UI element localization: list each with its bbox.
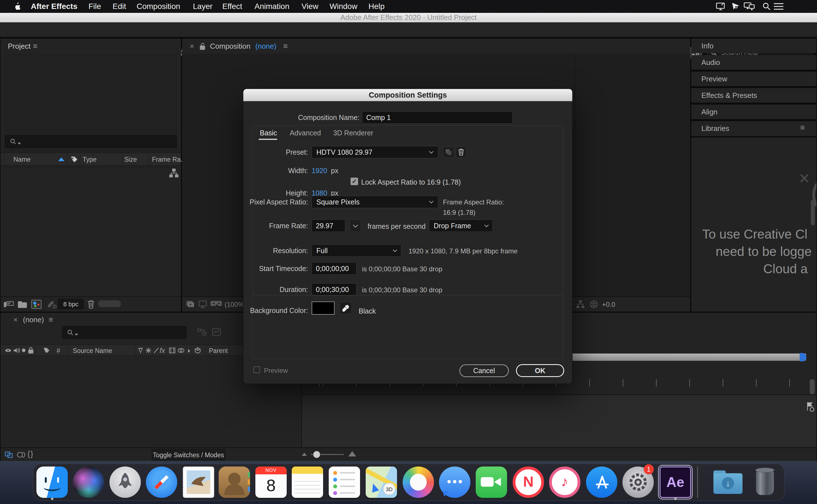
timeline-search-options-arrow-icon[interactable]: [75, 334, 78, 336]
bit-depth-button[interactable]: 8 bpc: [58, 299, 84, 309]
frame-rate-input[interactable]: [312, 220, 345, 232]
new-folder-icon[interactable]: [17, 299, 28, 310]
dock-safari-icon[interactable]: [146, 467, 177, 498]
menu-effect[interactable]: Effect: [222, 0, 242, 13]
dock-system-preferences-icon[interactable]: 1: [623, 467, 654, 498]
new-composition-icon[interactable]: [31, 299, 42, 310]
panel-tab-align[interactable]: Align: [691, 105, 816, 119]
menu-animation[interactable]: Animation: [255, 0, 290, 13]
start-timecode-input[interactable]: [312, 262, 356, 275]
unlock-icon[interactable]: [199, 42, 207, 52]
timeline-search-box[interactable]: [62, 326, 186, 339]
panel-tab-audio[interactable]: Audio: [691, 55, 816, 70]
dock-contacts-icon[interactable]: [219, 467, 250, 498]
composition-tab-close-icon[interactable]: ×: [190, 42, 194, 51]
timeline-tab-close-icon[interactable]: ×: [13, 315, 18, 324]
column-source-name[interactable]: Source Name: [73, 347, 112, 355]
effects-switch-icon[interactable]: fx: [159, 347, 165, 355]
dock-mail-icon[interactable]: [183, 467, 214, 498]
frame-rate-preset-button[interactable]: [350, 220, 361, 232]
spotlight-icon[interactable]: [762, 2, 771, 12]
project-panel-tab[interactable]: Project: [8, 42, 30, 51]
timeline-panel-menu-icon[interactable]: ≡: [49, 315, 53, 324]
comp-marker-bin-icon[interactable]: [805, 401, 815, 413]
menu-layer[interactable]: Layer: [193, 0, 213, 13]
dock-downloads-icon[interactable]: ↓: [712, 467, 744, 498]
menu-window[interactable]: Window: [330, 0, 358, 13]
search-options-arrow-icon[interactable]: [18, 143, 21, 145]
dock-calendar-icon[interactable]: NOV 8: [255, 467, 287, 498]
apple-menu-icon[interactable]: [13, 2, 21, 13]
lock-aspect-checkbox[interactable]: ✓: [351, 178, 358, 185]
motion-blur-toggle-icon[interactable]: [16, 450, 26, 460]
cancel-button[interactable]: Cancel: [459, 364, 509, 377]
adjustment-layer-switch-icon[interactable]: ◑: [186, 346, 190, 355]
video-visibility-icon[interactable]: [4, 347, 12, 355]
background-color-swatch[interactable]: [312, 302, 335, 315]
interpret-footage-icon[interactable]: [3, 300, 14, 310]
column-name[interactable]: Name: [13, 156, 30, 163]
dock-facetime-icon[interactable]: [476, 467, 507, 498]
control-center-icon[interactable]: [773, 3, 784, 11]
frame-blend-switch-icon[interactable]: [168, 347, 176, 355]
dock-launchpad-icon[interactable]: [109, 467, 141, 498]
menu-composition[interactable]: Composition: [137, 0, 180, 13]
tab-3d-renderer[interactable]: 3D Renderer: [333, 129, 373, 137]
dock-after-effects-icon[interactable]: Ae: [660, 467, 691, 498]
dock-music-icon[interactable]: ♪: [549, 467, 580, 498]
column-frame-rate[interactable]: Frame Ra...: [152, 156, 186, 163]
collapse-switch-icon[interactable]: [145, 347, 152, 355]
resolution-dropdown[interactable]: Full: [312, 244, 401, 257]
panel-tab-libraries[interactable]: Libraries: [691, 121, 816, 136]
project-panel-menu-icon[interactable]: ≡: [33, 42, 37, 51]
lock-icon[interactable]: [27, 347, 34, 356]
label-column-icon[interactable]: [70, 155, 78, 165]
lock-aspect-label[interactable]: Lock Aspect Ratio to 16:9 (1.78): [361, 178, 461, 186]
displays-icon[interactable]: [744, 2, 755, 12]
presenter-icon[interactable]: [731, 2, 740, 12]
dock-maps-icon[interactable]: 3D: [366, 467, 397, 498]
comp-flowchart-icon[interactable]: [576, 300, 585, 310]
motion-blur-switch-icon[interactable]: [177, 347, 185, 355]
ok-button[interactable]: OK: [516, 364, 564, 377]
eyedropper-icon[interactable]: [340, 302, 352, 314]
display-channel-icon[interactable]: [198, 300, 208, 310]
composition-name-input[interactable]: [362, 111, 513, 124]
dock-news-icon[interactable]: N: [513, 467, 544, 498]
menu-help[interactable]: Help: [368, 0, 385, 13]
timecode-style-dropdown[interactable]: Drop Frame: [429, 220, 493, 232]
timeline-tab-label[interactable]: (none): [23, 315, 44, 324]
exposure-value[interactable]: +0.0: [602, 301, 615, 308]
quality-switch-icon[interactable]: [153, 347, 159, 355]
dock-messages-icon[interactable]: [439, 467, 470, 498]
dock-app-store-icon[interactable]: [586, 467, 618, 498]
project-flowchart-icon[interactable]: [168, 168, 179, 180]
menu-edit[interactable]: Edit: [112, 0, 126, 13]
save-preset-button[interactable]: [443, 147, 454, 158]
project-search-box[interactable]: [5, 135, 177, 148]
zoom-out-mountain-icon[interactable]: [302, 453, 307, 456]
menu-view[interactable]: View: [302, 0, 318, 13]
composition-mini-flowchart-icon[interactable]: [196, 327, 207, 338]
project-footer-scrollbar[interactable]: [98, 300, 121, 307]
dock-photos-icon[interactable]: [403, 467, 434, 498]
timeline-track-area[interactable]: [302, 394, 816, 447]
column-type[interactable]: Type: [83, 156, 97, 163]
sort-ascending-icon[interactable]: [58, 157, 64, 161]
toggle-switches-modes-button[interactable]: Toggle Switches / Modes: [152, 449, 225, 460]
project-trash-icon[interactable]: [86, 299, 96, 311]
shy-switch-icon[interactable]: [137, 347, 144, 355]
audio-icon[interactable]: [13, 347, 20, 356]
pixel-aspect-dropdown[interactable]: Square Pixels: [312, 196, 438, 208]
dock-siri-icon[interactable]: [73, 467, 104, 498]
duration-input[interactable]: [312, 283, 356, 296]
composition-panel-menu-icon[interactable]: ≡: [283, 42, 288, 51]
composition-tab-label[interactable]: Composition: [210, 42, 251, 51]
tab-basic[interactable]: Basic: [260, 129, 277, 137]
preview-snapshots-icon[interactable]: [185, 300, 195, 310]
menu-file[interactable]: File: [88, 0, 101, 13]
libraries-scrollbar[interactable]: [811, 200, 815, 225]
dialog-titlebar[interactable]: Composition Settings: [243, 89, 572, 101]
libraries-panel-menu-icon[interactable]: ≡: [800, 123, 805, 132]
column-size[interactable]: Size: [124, 156, 137, 163]
